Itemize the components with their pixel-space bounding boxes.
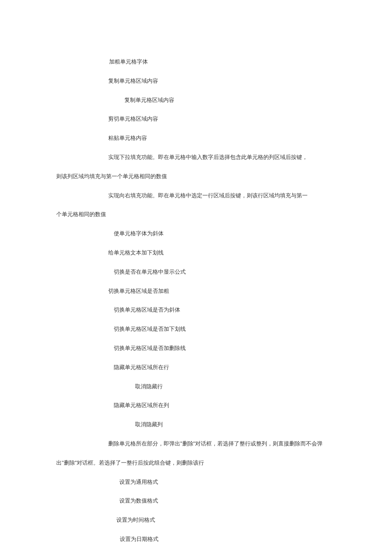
strike-toggle-text: 切换单元格区域是否加删除线	[0, 344, 392, 353]
bold-cell-text: 加粗单元格字体	[0, 58, 392, 66]
unhide-col-text: 取消隐藏列	[0, 420, 392, 429]
cut-region-text: 剪切单元格区域内容	[0, 115, 392, 124]
fill-right-text-2: 个单元格相同的数值	[0, 210, 392, 219]
copy-nested-text: 复制单元格区域内容	[0, 96, 392, 105]
hide-row-text: 隐藏单元格区域所在行	[0, 363, 392, 372]
formula-toggle-text: 切换是否在单元格中显示公式	[0, 268, 392, 277]
format-date-text: 设置为日期格式	[0, 535, 392, 544]
format-general-text: 设置为通用格式	[0, 478, 392, 487]
fill-right-text-1: 实现向右填充功能。即在单元格中选定一行区域后按键，则该行区域均填充与第一	[0, 191, 392, 200]
underline-toggle-text: 切换单元格区域是否加下划线	[0, 325, 392, 334]
delete-part-text-2: 出"删除"对话框。若选择了一整行后按此组合键，则删除该行	[0, 459, 392, 468]
delete-part-text-1: 删除单元格所在部分，即弹出"删除"对话框，若选择了整行或整列，则直接删除而不会弹	[0, 439, 392, 448]
format-time-text: 设置为时间格式	[0, 516, 392, 525]
fill-down-text-2: 则该列区域均填充与第一个单元格相同的数值	[0, 172, 392, 181]
hide-col-text: 隐藏单元格区域所在列	[0, 401, 392, 410]
italic-cell-text: 使单元格字体为斜体	[0, 229, 392, 238]
unhide-row-text: 取消隐藏行	[0, 382, 392, 391]
bold-toggle-text: 切换单元格区域是否加粗	[0, 287, 392, 296]
format-number-text: 设置为数值格式	[0, 497, 392, 506]
copy-region-text: 复制单元格区域内容	[0, 77, 392, 86]
fill-down-text-1: 实现下拉填充功能。即在单元格中输入数字后选择包含此单元格的列区域后按键，	[0, 153, 392, 162]
italic-toggle-text: 切换单元格区域是否为斜体	[0, 306, 392, 315]
paste-cell-text: 粘贴单元格内容	[0, 134, 392, 143]
underline-cell-text: 给单元格文本加下划线	[0, 249, 392, 257]
